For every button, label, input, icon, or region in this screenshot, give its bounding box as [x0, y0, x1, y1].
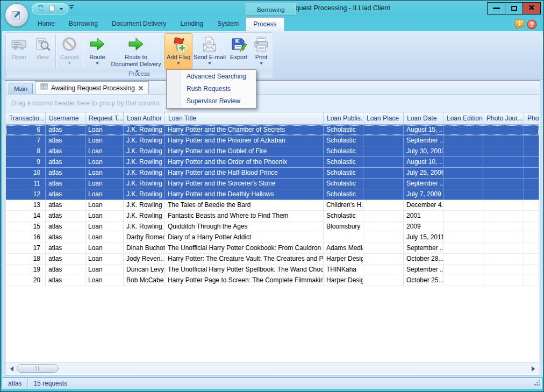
status-request-count: 15 requests: [28, 380, 73, 387]
table-row[interactable]: 20atlasLoanBob McCabeHarry Potter Page t…: [6, 275, 539, 286]
tab-main[interactable]: Main: [9, 83, 33, 94]
table-cell: Harry Potter and the Goblet of Fire: [165, 146, 324, 156]
refresh-icon[interactable]: [37, 4, 45, 13]
table-row[interactable]: 7atlasLoanJ.K. RowlingHarry Potter and t…: [6, 136, 539, 146]
table-row[interactable]: 8atlasLoanJ.K. RowlingHarry Potter and t…: [6, 146, 539, 157]
cancel-button[interactable]: Cancel: [57, 33, 82, 70]
column-header-photo-jour[interactable]: Photo Jour...: [483, 112, 524, 124]
table-cell: Fantastic Beasts and Where to Find Them: [165, 211, 324, 221]
table-cell: [363, 243, 404, 253]
add-flag-button[interactable]: Add Flag: [164, 33, 192, 70]
table-cell: atlas: [46, 179, 85, 189]
table-row[interactable]: 16atlasLoanDarby RomeoDiary of a Harry P…: [6, 232, 539, 243]
dropdown-caret-icon: [208, 62, 211, 65]
column-header-request-t[interactable]: Request T...: [85, 112, 124, 124]
table-cell: [443, 275, 483, 286]
table-cell: [363, 179, 404, 189]
column-header-loan-edition[interactable]: Loan Edition: [443, 112, 483, 124]
ribbon-tab-document-delivery[interactable]: Document Delivery: [105, 17, 173, 31]
table-cell: September ...: [404, 265, 443, 275]
table-cell: J.K. Rowling: [124, 146, 165, 156]
table-cell: Scholastic: [324, 189, 363, 199]
table-cell: [363, 157, 404, 167]
quick-access-toolbar: [32, 3, 68, 15]
table-cell: [483, 157, 524, 167]
flag-menu-item-supervisor-review[interactable]: Supervisor Review: [167, 95, 256, 108]
table-cell: [443, 222, 483, 232]
table-row[interactable]: 13atlasLoanJ.K. RowlingThe Tales of Beed…: [6, 200, 539, 211]
table-row[interactable]: 15atlasLoanJ.K. RowlingQuidditch Through…: [6, 222, 539, 232]
ribbon-tab-borrowing[interactable]: Borrowing: [62, 17, 105, 31]
table-cell: 6: [6, 125, 46, 135]
open-button[interactable]: Open: [7, 33, 31, 70]
tab-close-icon[interactable]: [138, 85, 144, 91]
new-document-icon[interactable]: [48, 4, 56, 13]
column-header-transactio[interactable]: Transactio...: [6, 112, 46, 124]
table-row[interactable]: 17atlasLoanDinah BuchotzThe Unofficial H…: [6, 243, 539, 254]
close-button[interactable]: [522, 2, 541, 15]
table-cell: The Unofficial Harry Potter Spellbook: T…: [165, 265, 324, 275]
ribbon-tabs: HomeBorrowingDocument DeliveryLendingSys…: [31, 16, 284, 31]
column-header-pho[interactable]: Pho: [524, 112, 539, 124]
illiad-app-icon: [10, 8, 24, 23]
resize-grip-icon[interactable]: [534, 379, 541, 388]
view-button[interactable]: View: [31, 33, 54, 70]
scroll-right-icon[interactable]: [529, 365, 537, 373]
table-row[interactable]: 14atlasLoanJ.K. RowlingFantastic Beasts …: [6, 211, 539, 222]
column-header-loan-title[interactable]: Loan Title: [165, 112, 324, 124]
ribbon-tab-home[interactable]: Home: [31, 17, 62, 31]
table-row[interactable]: 12atlasLoanJ.K. RowlingHarry Potter and …: [6, 189, 539, 200]
group-separator: [163, 35, 163, 68]
table-cell: [363, 189, 404, 199]
maximize-button[interactable]: [505, 2, 523, 15]
ribbon-group-buttons: OpenViewCancelRouteRoute to Document Del…: [6, 33, 273, 70]
minimize-button[interactable]: [487, 2, 505, 15]
new-document-dropdown-icon[interactable]: [60, 8, 63, 10]
table-row[interactable]: 18atlasLoanJody Reven...Harry Potter: Th…: [6, 254, 539, 265]
table-row[interactable]: 9atlasLoanJ.K. RowlingHarry Potter and t…: [6, 157, 539, 168]
column-header-loan-date[interactable]: Loan Date: [404, 112, 443, 124]
tab-awaiting-request-processing[interactable]: Awaiting Request Processing: [35, 81, 149, 94]
table-cell: [443, 254, 483, 264]
horizontal-scrollbar[interactable]: [6, 363, 539, 374]
table-cell: [443, 136, 483, 146]
column-header-username[interactable]: Username: [46, 112, 85, 124]
ribbon-tab-process[interactable]: Process: [246, 17, 284, 31]
customize-quick-access-icon[interactable]: [69, 5, 74, 9]
info-bubble-icon[interactable]: [514, 19, 525, 31]
route-button[interactable]: Route: [84, 33, 110, 70]
route-icon: [127, 35, 145, 53]
help-icon[interactable]: ?: [527, 19, 537, 31]
scrollbar-thumb[interactable]: [17, 364, 59, 373]
table-row[interactable]: 19atlasLoanDuncan LevyThe Unofficial Har…: [6, 265, 539, 275]
group-by-panel[interactable]: Drag a column header here to group by th…: [6, 95, 539, 112]
table-cell: [524, 179, 539, 189]
table-cell: [363, 200, 404, 210]
table-cell: [483, 232, 524, 243]
table-row[interactable]: 10atlasLoanJ.K. RowlingHarry Potter and …: [6, 168, 539, 179]
column-header-loan-author[interactable]: Loan Author: [124, 112, 165, 124]
ribbon-tab-lending[interactable]: Lending: [173, 17, 210, 31]
table-cell: [524, 200, 539, 210]
flag-menu-item-advanced-searching[interactable]: Advanced Searching: [167, 70, 256, 83]
flag-menu-item-rush-requests[interactable]: Rush Requests: [167, 83, 256, 95]
table-cell: 9: [6, 157, 46, 167]
table-cell: [363, 125, 404, 135]
scroll-left-icon[interactable]: [8, 365, 16, 373]
table-cell: Jody Reven...: [124, 254, 165, 264]
route-to-document-delivery-button[interactable]: Route to Document Delivery: [110, 33, 162, 70]
table-cell: J.K. Rowling: [124, 189, 165, 199]
print-button[interactable]: Print: [250, 33, 272, 70]
maximize-icon: [511, 6, 517, 11]
send-e-mail-button[interactable]: Send E-mail: [192, 33, 227, 70]
table-cell: [524, 125, 539, 135]
tab-label: Awaiting Request Processing: [51, 83, 135, 94]
ribbon-tab-system[interactable]: System: [210, 17, 246, 31]
button-label: Add Flag: [167, 54, 190, 61]
application-menu-button[interactable]: [5, 3, 28, 27]
column-header-loan-place[interactable]: Loan Place: [363, 112, 404, 124]
column-header-loan-publis[interactable]: Loan Publis...: [324, 112, 363, 124]
export-button[interactable]: Export: [227, 33, 250, 70]
table-row[interactable]: 11atlasLoanJ.K. RowlingHarry Potter and …: [6, 179, 539, 189]
table-row[interactable]: 6atlasLoanJ.K. RowlingHarry Potter and t…: [6, 125, 539, 136]
